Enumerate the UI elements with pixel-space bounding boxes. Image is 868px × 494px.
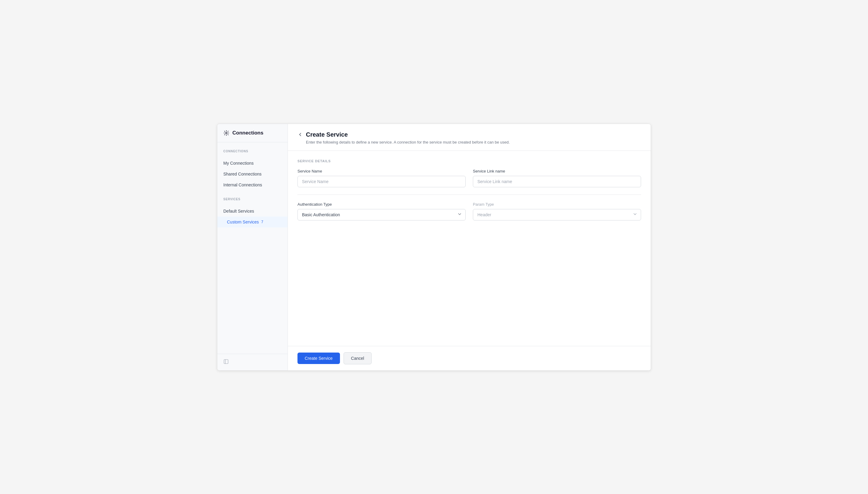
connections-section-header: CONNECTIONS — [217, 144, 288, 158]
sidebar-item-shared-connections[interactable]: Shared Connections — [217, 169, 288, 179]
param-type-group: Param Type Header Query Body — [473, 202, 641, 221]
custom-services-badge: 7 — [261, 220, 263, 224]
sidebar: Connections CONNECTIONS My Connections S… — [217, 124, 288, 370]
services-section-label: SERVICES — [223, 197, 281, 201]
page-subtitle: Enter the following details to define a … — [306, 140, 641, 145]
param-type-label: Param Type — [473, 202, 641, 207]
auth-type-label: Authentication Type — [297, 202, 466, 207]
connections-section: CONNECTIONS My Connections Shared Connec… — [217, 142, 288, 190]
app-window: Connections CONNECTIONS My Connections S… — [217, 124, 651, 370]
service-link-name-input[interactable] — [473, 176, 641, 187]
toggle-sidebar-icon[interactable] — [223, 359, 229, 364]
service-name-group: Service Name — [297, 169, 466, 187]
service-link-name-group: Service Link name — [473, 169, 641, 187]
sidebar-item-internal-connections[interactable]: Internal Connections — [217, 179, 288, 190]
sidebar-item-custom-services-label: Custom Services — [227, 220, 259, 224]
main-content: Create Service Enter the following detai… — [288, 124, 651, 370]
auth-type-select[interactable]: Basic Authentication API Key OAuth2 No A… — [297, 209, 466, 221]
param-type-select-wrapper: Header Query Body — [473, 209, 641, 221]
sidebar-item-internal-connections-label: Internal Connections — [223, 183, 262, 187]
page-footer: Create Service Cancel — [288, 346, 651, 370]
page-title: Create Service — [306, 131, 348, 138]
auth-type-group: Authentication Type Basic Authentication… — [297, 202, 466, 221]
page-header: Create Service Enter the following detai… — [288, 124, 651, 151]
app-title: Connections — [232, 130, 263, 136]
form-row-names: Service Name Service Link name — [297, 169, 641, 187]
sidebar-item-default-services[interactable]: Default Services — [217, 206, 288, 216]
create-service-button[interactable]: Create Service — [297, 353, 340, 364]
form-divider — [297, 194, 641, 195]
cancel-button[interactable]: Cancel — [343, 352, 372, 364]
service-link-name-label: Service Link name — [473, 169, 641, 173]
page-header-top: Create Service — [297, 131, 641, 138]
sidebar-item-custom-services[interactable]: Custom Services 7 — [217, 216, 288, 227]
param-type-select[interactable]: Header Query Body — [473, 209, 641, 221]
sidebar-item-shared-connections-label: Shared Connections — [223, 172, 262, 176]
sidebar-logo: Connections — [217, 124, 288, 142]
sidebar-footer — [217, 354, 288, 370]
service-name-label: Service Name — [297, 169, 466, 173]
svg-point-0 — [226, 132, 227, 134]
connections-logo-icon — [223, 130, 229, 136]
form-container: SERVICE DETAILS Service Name Service Lin… — [288, 151, 651, 346]
sidebar-item-my-connections-label: My Connections — [223, 161, 254, 166]
service-details-section-label: SERVICE DETAILS — [297, 159, 641, 163]
connections-section-label: CONNECTIONS — [223, 150, 281, 153]
svg-rect-1 — [224, 360, 228, 364]
services-section-header: SERVICES — [217, 191, 288, 206]
form-row-auth: Authentication Type Basic Authentication… — [297, 202, 641, 221]
sidebar-item-my-connections[interactable]: My Connections — [217, 158, 288, 169]
back-button[interactable] — [297, 132, 303, 137]
services-section: SERVICES Default Services Custom Service… — [217, 190, 288, 227]
sidebar-item-default-services-label: Default Services — [223, 209, 254, 213]
service-name-input[interactable] — [297, 176, 466, 187]
auth-type-select-wrapper: Basic Authentication API Key OAuth2 No A… — [297, 209, 466, 221]
